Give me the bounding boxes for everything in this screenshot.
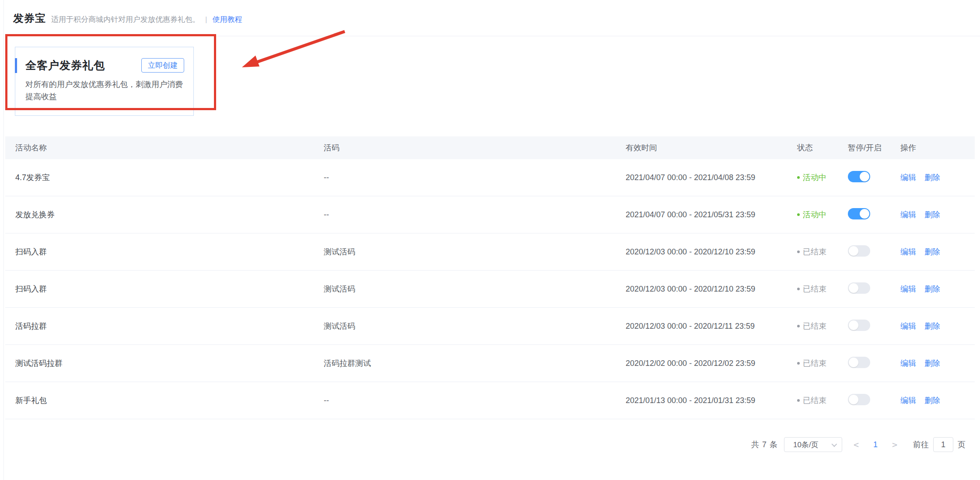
delete-link[interactable]: 删除 bbox=[924, 247, 940, 257]
status-dot-icon bbox=[797, 288, 800, 290]
toggle-cell bbox=[848, 320, 900, 333]
edit-link[interactable]: 编辑 bbox=[900, 358, 916, 369]
edit-link[interactable]: 编辑 bbox=[900, 321, 916, 331]
pause-enable-toggle[interactable] bbox=[848, 320, 870, 331]
create-now-button[interactable]: 立即创建 bbox=[141, 58, 184, 73]
pause-enable-toggle[interactable] bbox=[848, 171, 870, 182]
pause-enable-toggle[interactable] bbox=[848, 394, 870, 405]
prev-page-button[interactable]: < bbox=[847, 439, 866, 450]
table-row: 发放兑换券--2021/04/07 00:00 - 2021/05/31 23:… bbox=[5, 196, 975, 233]
valid-time-cell: 2021/04/07 00:00 - 2021/04/08 23:59 bbox=[626, 173, 797, 182]
status-cell: 已结束 bbox=[797, 284, 848, 294]
annotation-arrow-icon bbox=[234, 24, 354, 74]
promo-card: 全客户发券礼包 立即创建 对所有的用户发放优惠券礼包，刺激用户消费提高收益 bbox=[15, 47, 194, 116]
page-subtitle: 适用于积分商城内针对用户发放优惠券礼包。 bbox=[51, 14, 200, 24]
edit-link[interactable]: 编辑 bbox=[900, 247, 916, 257]
current-page-number[interactable]: 1 bbox=[866, 440, 885, 449]
header-divider bbox=[5, 36, 980, 36]
table-body: 4.7发券宝--2021/04/07 00:00 - 2021/04/08 23… bbox=[5, 159, 975, 419]
page-size-value: 10条/页 bbox=[793, 440, 819, 450]
live-code-cell: -- bbox=[324, 396, 626, 405]
edit-link[interactable]: 编辑 bbox=[900, 395, 916, 406]
column-header: 操作 bbox=[900, 143, 970, 153]
total-count-label: 共 7 条 bbox=[751, 439, 778, 450]
status-text: 已结束 bbox=[803, 395, 826, 406]
pause-enable-toggle[interactable] bbox=[848, 208, 870, 219]
delete-link[interactable]: 删除 bbox=[924, 284, 940, 294]
live-code-cell: -- bbox=[324, 173, 626, 182]
activity-name-cell: 4.7发券宝 bbox=[15, 172, 324, 183]
page-unit-label: 页 bbox=[958, 439, 966, 450]
page-header: 发券宝 适用于积分商城内针对用户发放优惠券礼包。 | 使用教程 bbox=[13, 11, 242, 25]
operations-cell: 编辑删除 bbox=[900, 209, 970, 220]
status-cell: 已结束 bbox=[797, 247, 848, 257]
operations-cell: 编辑删除 bbox=[900, 284, 970, 294]
operations-cell: 编辑删除 bbox=[900, 358, 970, 369]
toggle-cell bbox=[848, 245, 900, 259]
status-cell: 已结束 bbox=[797, 395, 848, 406]
status-dot-icon bbox=[797, 325, 800, 327]
status-text: 已结束 bbox=[803, 321, 826, 331]
page-title: 发券宝 bbox=[13, 11, 46, 25]
table-row: 扫码入群测试活码2020/12/03 00:00 - 2020/12/10 23… bbox=[5, 233, 975, 271]
live-code-cell: -- bbox=[324, 210, 626, 219]
next-page-button[interactable]: > bbox=[885, 439, 904, 450]
goto-page-input[interactable] bbox=[933, 437, 953, 452]
live-code-cell: 活码拉群测试 bbox=[324, 358, 626, 369]
promo-card-title: 全客户发券礼包 bbox=[25, 58, 105, 73]
activity-name-cell: 扫码入群 bbox=[15, 284, 324, 294]
edit-link[interactable]: 编辑 bbox=[900, 209, 916, 220]
table-row: 活码拉群测试活码2020/12/03 00:00 - 2020/12/11 23… bbox=[5, 308, 975, 345]
live-code-cell: 测试活码 bbox=[324, 247, 626, 257]
valid-time-cell: 2020/12/03 00:00 - 2020/12/11 23:59 bbox=[626, 322, 797, 331]
valid-time-cell: 2020/12/02 00:00 - 2020/12/02 23:59 bbox=[626, 359, 797, 368]
page-size-select[interactable]: 10条/页 bbox=[784, 437, 842, 452]
column-header: 状态 bbox=[797, 143, 848, 153]
delete-link[interactable]: 删除 bbox=[924, 321, 940, 331]
toggle-cell bbox=[848, 394, 900, 407]
status-text: 已结束 bbox=[803, 358, 826, 369]
toggle-cell bbox=[848, 357, 900, 370]
panel-left-edge bbox=[4, 0, 4, 480]
promo-card-description: 对所有的用户发放优惠券礼包，刺激用户消费提高收益 bbox=[25, 78, 184, 103]
coupon-admin-page: 发券宝 适用于积分商城内针对用户发放优惠券礼包。 | 使用教程 全客户发券礼包 … bbox=[0, 0, 980, 480]
toggle-cell bbox=[848, 171, 900, 184]
pause-enable-toggle[interactable] bbox=[848, 245, 870, 257]
status-dot-icon bbox=[797, 362, 800, 365]
table-row: 扫码入群测试活码2020/12/03 00:00 - 2020/12/10 23… bbox=[5, 271, 975, 308]
valid-time-cell: 2020/12/03 00:00 - 2020/12/10 23:59 bbox=[626, 247, 797, 257]
table-header-row: 活动名称活码有效时间状态暂停/开启操作 bbox=[5, 136, 975, 159]
status-text: 已结束 bbox=[803, 284, 826, 294]
edit-link[interactable]: 编辑 bbox=[900, 284, 916, 294]
operations-cell: 编辑删除 bbox=[900, 321, 970, 331]
subtitle-pipe: | bbox=[205, 15, 207, 24]
status-text: 活动中 bbox=[803, 209, 826, 220]
status-text: 已结束 bbox=[803, 247, 826, 257]
delete-link[interactable]: 删除 bbox=[924, 395, 940, 406]
edit-link[interactable]: 编辑 bbox=[900, 172, 916, 183]
table-row: 测试活码拉群活码拉群测试2020/12/02 00:00 - 2020/12/0… bbox=[5, 345, 975, 382]
activity-name-cell: 活码拉群 bbox=[15, 321, 324, 331]
status-cell: 已结束 bbox=[797, 358, 848, 369]
operations-cell: 编辑删除 bbox=[900, 395, 970, 406]
column-header: 活码 bbox=[324, 143, 626, 153]
delete-link[interactable]: 删除 bbox=[924, 172, 940, 183]
toggle-cell bbox=[848, 208, 900, 222]
activity-name-cell: 测试活码拉群 bbox=[15, 358, 324, 369]
delete-link[interactable]: 删除 bbox=[924, 209, 940, 220]
valid-time-cell: 2021/04/07 00:00 - 2021/05/31 23:59 bbox=[626, 210, 797, 219]
column-header: 活动名称 bbox=[15, 143, 324, 153]
operations-cell: 编辑删除 bbox=[900, 172, 970, 183]
delete-link[interactable]: 删除 bbox=[924, 358, 940, 369]
toggle-cell bbox=[848, 282, 900, 296]
status-dot-icon bbox=[797, 176, 800, 179]
status-dot-icon bbox=[797, 213, 800, 216]
table-row: 新手礼包--2021/01/13 00:00 - 2021/01/31 23:5… bbox=[5, 382, 975, 419]
operations-cell: 编辑删除 bbox=[900, 247, 970, 257]
column-header: 有效时间 bbox=[626, 143, 797, 153]
status-text: 活动中 bbox=[803, 172, 826, 183]
activity-name-cell: 新手礼包 bbox=[15, 395, 324, 406]
tutorial-link[interactable]: 使用教程 bbox=[212, 14, 242, 24]
pause-enable-toggle[interactable] bbox=[848, 282, 870, 294]
pause-enable-toggle[interactable] bbox=[848, 357, 870, 368]
